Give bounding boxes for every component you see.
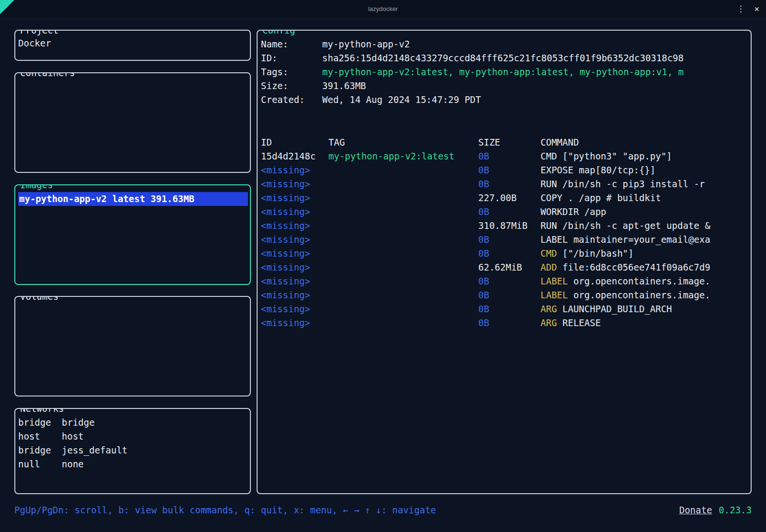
close-icon[interactable]: ✕ [755, 5, 759, 13]
history-id: <missing> [261, 233, 328, 247]
history-row: <missing>0BWORKDIR /app [261, 205, 751, 219]
history-size: 0B [478, 205, 541, 219]
version-label: 0.23.3 [719, 503, 752, 517]
network-name: host [62, 431, 84, 441]
history-size: 0B [478, 177, 541, 191]
history-row: <missing>0BLABEL maintainer=your_email@e… [261, 233, 751, 247]
command-keyword: ADD [541, 262, 557, 272]
history-size: 0B [478, 316, 541, 330]
config-panel[interactable]: Config Name:my-python-app-v2ID:sha256:15… [257, 30, 752, 494]
command-keyword: COPY [541, 192, 563, 203]
command-keyword: CMD [541, 151, 557, 161]
history-size: 0B [478, 149, 541, 163]
history-id: <missing> [261, 163, 328, 177]
history-rows: 15d4d2148cmy-python-app-v2:latest0BCMD [… [261, 149, 751, 330]
command-args: /bin/sh -c apt-get update & [557, 220, 710, 231]
network-list-item[interactable]: bridgejess_default [18, 443, 248, 457]
history-command: ARG LAUNCHPAD_BUILD_ARCH [541, 302, 751, 316]
config-fields: Name:my-python-app-v2ID:sha256:15d4d2148… [261, 37, 751, 107]
command-args: RELEASE [557, 317, 601, 328]
history-tag: my-python-app-v2:latest [328, 149, 478, 163]
history-id: <missing> [261, 302, 328, 316]
history-id: <missing> [261, 177, 328, 191]
config-field-value: 391.63MB [322, 79, 366, 93]
history-id: <missing> [261, 288, 328, 302]
command-args: LAUNCHPAD_BUILD_ARCH [557, 304, 672, 314]
history-header-id: ID [261, 136, 328, 149]
history-command: LABEL org.opencontainers.image. [541, 274, 751, 288]
command-args: org.opencontainers.image. [568, 276, 710, 286]
network-list-item[interactable]: hosthost [18, 430, 248, 443]
statusbar: PgUp/PgDn: scroll, b: view bulk commands… [14, 502, 752, 518]
history-tag [328, 163, 478, 177]
history-row: <missing>0BLABEL org.opencontainers.imag… [261, 274, 751, 288]
history-row: <missing>0BRUN /bin/sh -c pip3 install -… [261, 177, 751, 191]
history-command: RUN /bin/sh -c apt-get update & [541, 219, 751, 233]
config-field-value: sha256:15d4d2148c433279cccd84fff625c21fc… [322, 51, 684, 65]
history-size: 0B [478, 247, 541, 260]
history-row: <missing>310.87MiBRUN /bin/sh -c apt-get… [261, 219, 751, 233]
titlebar-actions: ⋮ ✕ [737, 0, 759, 17]
config-field-value: Wed, 14 Aug 2024 15:47:29 PDT [322, 93, 481, 107]
networks-panel-title: Networks [19, 408, 65, 416]
history-id: <missing> [261, 260, 328, 274]
history-header-row: IDTAGSIZECOMMAND [261, 136, 751, 149]
config-panel-title: Config [261, 30, 296, 37]
config-field-label: Tags: [261, 65, 322, 79]
history-id: <missing> [261, 316, 328, 330]
project-name[interactable]: Docker [18, 36, 248, 50]
containers-panel-title: Containers [19, 72, 76, 80]
history-command: EXPOSE map[80/tcp:{}] [541, 163, 751, 177]
history-id: 15d4d2148c [261, 149, 328, 163]
history-tag [328, 219, 478, 233]
history-size: 0B [478, 302, 541, 316]
config-field-label: ID: [261, 51, 322, 65]
config-field-value: my-python-app-v2 [322, 37, 410, 51]
history-row: <missing>62.62MiBADD file:6d8cc056ee741f… [261, 260, 751, 274]
history-id: <missing> [261, 274, 328, 288]
menu-icon[interactable]: ⋮ [737, 5, 745, 13]
history-tag [328, 288, 478, 302]
corner-accent [0, 0, 14, 14]
command-args: maintainer=your_email@exa [568, 234, 710, 245]
config-field-label: Name: [261, 37, 322, 51]
command-keyword: ARG [541, 317, 557, 328]
history-command: COPY . /app # buildkit [541, 191, 751, 205]
history-id: <missing> [261, 191, 328, 205]
history-row: <missing>0BARG RELEASE [261, 316, 751, 330]
network-driver: host [18, 430, 62, 443]
volumes-panel-title: Volumes [19, 296, 59, 304]
command-keyword: RUN [541, 220, 557, 231]
config-field: Name:my-python-app-v2 [261, 37, 751, 51]
history-size: 62.62MiB [478, 260, 541, 274]
statusbar-right: Donate 0.23.3 [679, 503, 752, 517]
history-tag [328, 260, 478, 274]
history-tag [328, 233, 478, 247]
config-field: Size:391.63MB [261, 79, 751, 93]
sidebar: Project Docker Containers Images my-pyth… [14, 30, 251, 494]
images-panel-title: Images [19, 184, 54, 192]
network-list-item[interactable]: bridgebridge [18, 416, 248, 430]
history-row: 15d4d2148cmy-python-app-v2:latest0BCMD [… [261, 149, 751, 163]
image-list-item[interactable]: my-python-app-v2 latest 391.63MB [18, 192, 248, 206]
volumes-panel[interactable]: Volumes [14, 296, 251, 396]
network-list-item[interactable]: nullnone [18, 457, 248, 471]
history-command: CMD ["python3" "app.py"] [541, 149, 751, 163]
networks-panel[interactable]: Networks bridgebridgehosthostbridgejess_… [14, 408, 251, 494]
command-args: org.opencontainers.image. [568, 290, 710, 300]
networks-list: bridgebridgehosthostbridgejess_defaultnu… [15, 409, 250, 473]
history-size: 0B [478, 163, 541, 177]
command-keyword: LABEL [541, 276, 568, 286]
images-panel[interactable]: Images my-python-app-v2 latest 391.63MB [14, 184, 251, 285]
project-panel[interactable]: Project Docker [14, 30, 251, 61]
window-title: lazydocker [368, 5, 398, 12]
history-tag [328, 247, 478, 260]
history-id: <missing> [261, 247, 328, 260]
command-keyword: ARG [541, 304, 557, 314]
network-name: jess_default [62, 445, 127, 455]
config-field: ID:sha256:15d4d2148c433279cccd84fff625c2… [261, 51, 751, 65]
containers-panel[interactable]: Containers [14, 72, 251, 173]
donate-link[interactable]: Donate [679, 503, 712, 517]
history-size: 310.87MiB [478, 219, 541, 233]
history-tag [328, 302, 478, 316]
